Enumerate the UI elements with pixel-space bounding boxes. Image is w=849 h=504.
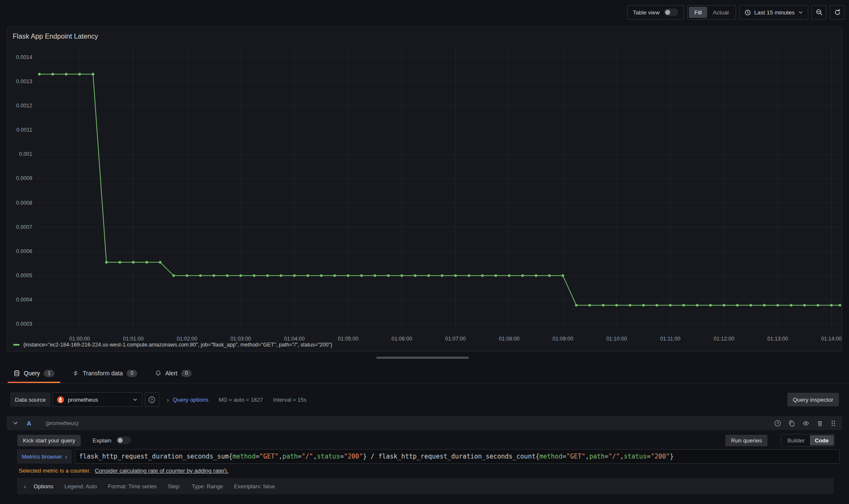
data-point (535, 274, 537, 277)
data-point (266, 274, 269, 277)
data-point (78, 73, 81, 76)
data-point (508, 274, 511, 277)
hide-query-icon[interactable] (802, 420, 810, 427)
data-point (736, 304, 739, 307)
chevron-right-icon: › (167, 397, 169, 403)
datasource-value: prometheus (68, 397, 129, 403)
data-point (468, 274, 470, 277)
query-row-header[interactable]: A (prometheus) ? (7, 416, 842, 430)
data-point (763, 304, 765, 307)
prometheus-icon (57, 396, 64, 403)
datasource-select[interactable]: prometheus (52, 392, 142, 407)
data-point (145, 261, 148, 264)
x-axis-tick-label: 01:00:00 (69, 336, 90, 341)
data-point (830, 304, 832, 307)
rate-hint-link[interactable]: Consider calculating rate of counter by … (95, 467, 228, 474)
y-axis-tick-label: 0.0009 (16, 175, 32, 181)
data-point (669, 304, 671, 307)
data-point (642, 304, 645, 307)
kick-start-button[interactable]: Kick start your query (17, 435, 81, 446)
data-point (817, 304, 819, 307)
data-point (575, 304, 578, 307)
data-point (186, 274, 188, 277)
data-point (521, 274, 524, 277)
x-axis-tick-label: 01:04:00 (284, 336, 305, 341)
query-options-label: Query options (173, 397, 209, 403)
legend-label: {instance="ec2-184-169-216-224.us-west-1… (23, 342, 332, 348)
data-point (548, 274, 551, 277)
transform-count-badge: 0 (127, 370, 137, 377)
query-help-icon[interactable]: ? (774, 420, 781, 427)
table-view-label: Table view (633, 9, 660, 16)
top-toolbar: Table view Fill Actual Last 15 minutes (627, 5, 845, 20)
tab-label: Query (24, 370, 40, 377)
data-point (723, 304, 725, 307)
collapse-chevron-icon (13, 420, 18, 426)
data-point (279, 274, 282, 277)
tab-query[interactable]: Query 1 (7, 363, 61, 383)
duplicate-query-icon[interactable] (788, 420, 795, 427)
option-step: Step: (168, 483, 181, 490)
interval-text: Interval = 15s (273, 397, 306, 403)
run-queries-button[interactable]: Run queries (725, 435, 767, 446)
query-editor-toolbar: Kick start your query Explain Run querie… (17, 434, 835, 447)
data-point (776, 304, 779, 307)
data-point (561, 274, 564, 277)
help-circle-icon: ? (148, 396, 155, 403)
panel-resize-handle[interactable] (376, 357, 469, 359)
promql-row: Metrics browser › flask_http_request_dur… (17, 449, 840, 464)
metrics-browser-toggle[interactable]: Metrics browser › (17, 449, 72, 464)
y-axis-tick-label: 0.0005 (16, 273, 32, 279)
series-color-chip (13, 344, 20, 346)
y-axis-tick-label: 0.0011 (17, 127, 32, 133)
datasource-help-button[interactable]: ? (145, 392, 159, 407)
x-axis-tick-label: 01:08:00 (499, 336, 520, 341)
svg-text:?: ? (151, 397, 153, 402)
options-row[interactable]: › Options Legend: Auto Format: Time seri… (17, 478, 834, 494)
legend-item[interactable]: {instance="ec2-184-169-216-224.us-west-1… (13, 342, 332, 348)
data-point (118, 261, 121, 264)
data-point (441, 274, 443, 277)
datasource-row: Data source prometheus ? › Query options… (10, 392, 839, 407)
actual-button[interactable]: Actual (707, 7, 734, 18)
data-point (683, 304, 685, 307)
tab-alert[interactable]: Alert 0 (148, 363, 198, 383)
data-point (656, 304, 658, 307)
y-axis-tick-label: 0.0008 (16, 200, 32, 206)
delete-query-icon[interactable] (817, 420, 823, 427)
builder-code-group: Builder Code (781, 434, 835, 447)
tab-transform-data[interactable]: Transform data 0 (65, 363, 144, 383)
query-row-actions: ? (774, 420, 836, 427)
explain-toggle[interactable] (116, 436, 131, 444)
data-point (709, 304, 712, 307)
x-axis-tick-label: 01:06:00 (392, 336, 412, 341)
time-range-picker[interactable]: Last 15 minutes (739, 5, 808, 20)
fill-button[interactable]: Fill (689, 7, 707, 18)
data-point (333, 274, 336, 277)
table-view-toggle[interactable] (664, 8, 678, 16)
zoom-out-button[interactable] (812, 5, 826, 20)
refresh-icon (834, 9, 841, 16)
y-axis-tick-label: 0.0003 (16, 321, 32, 327)
promql-input[interactable]: flask_http_request_duration_seconds_sum{… (75, 449, 840, 464)
data-point (602, 304, 604, 307)
panel-title: Flask App Endpoint Latency (7, 27, 842, 40)
refresh-button[interactable] (830, 5, 845, 20)
query-inspector-button[interactable]: Query inspector (787, 393, 839, 406)
data-point (615, 304, 618, 307)
data-point (427, 274, 430, 277)
x-axis-tick-label: 01:11:00 (660, 336, 680, 341)
data-point (105, 261, 108, 264)
drag-handle-icon[interactable] (830, 420, 836, 427)
builder-mode-button[interactable]: Builder (782, 435, 810, 445)
query-count-badge: 1 (44, 370, 54, 377)
data-point (374, 274, 376, 277)
data-point (494, 274, 497, 277)
alert-count-badge: 0 (181, 370, 192, 377)
latency-chart[interactable]: 0.00140.00130.00120.00110.0010.00090.000… (7, 39, 843, 341)
query-options-toggle[interactable]: › Query options (167, 397, 209, 403)
time-range-label: Last 15 minutes (754, 9, 795, 16)
chevron-down-icon (798, 10, 803, 15)
y-axis-tick-label: 0.001 (19, 151, 32, 157)
code-mode-button[interactable]: Code (810, 435, 834, 445)
